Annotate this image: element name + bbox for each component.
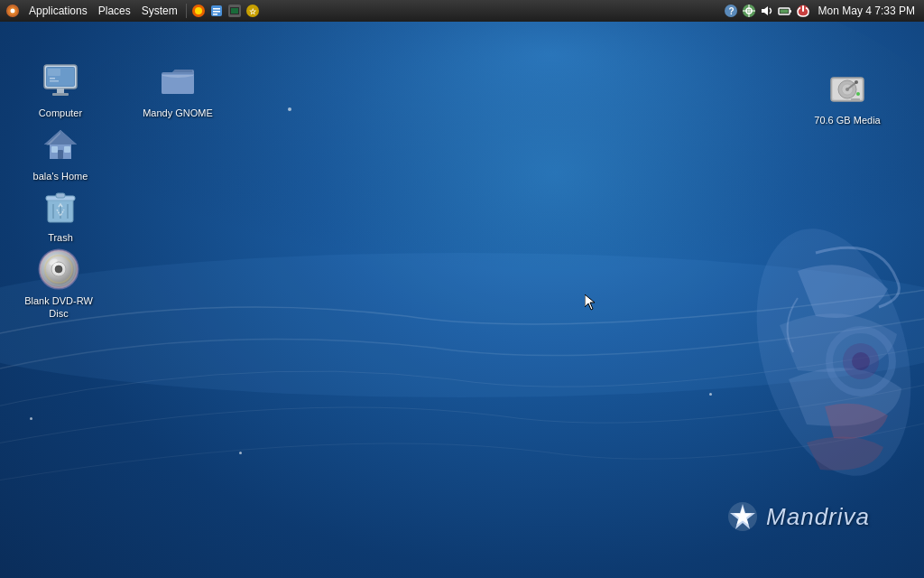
mandriva-menu-icon[interactable] xyxy=(4,2,22,20)
launcher-icon-1[interactable] xyxy=(208,3,225,19)
network-manager-icon[interactable] xyxy=(741,3,757,19)
applications-menu[interactable]: Applications xyxy=(23,0,93,22)
media-70gb-label: 70.6 GB Media xyxy=(814,114,880,126)
svg-rect-37 xyxy=(48,69,60,76)
svg-marker-28 xyxy=(762,6,768,15)
launcher-icon-3[interactable]: ☆ xyxy=(245,3,261,19)
svg-point-12 xyxy=(195,7,202,14)
trash-label: Trash xyxy=(48,231,73,244)
svg-rect-31 xyxy=(780,10,788,14)
svg-text:☆: ☆ xyxy=(249,7,257,16)
launcher-icon-2[interactable] xyxy=(226,3,243,19)
computer-icon[interactable]: Computer xyxy=(20,56,101,123)
desktop-icons-area: Computer Mandy GNOME xyxy=(0,29,924,578)
balas-home-icon-image xyxy=(39,123,82,166)
svg-text:?: ? xyxy=(728,6,734,16)
blank-dvd-label: Blank DVD-RW Disc xyxy=(16,294,101,321)
trash-icon-image xyxy=(39,184,82,228)
panel-clock: Mon May 4 7:33 PM xyxy=(813,5,920,17)
svg-rect-38 xyxy=(57,89,64,93)
computer-icon-image xyxy=(39,60,82,103)
panel-left: Applications Places System ☆ xyxy=(0,0,262,22)
power-button-icon[interactable] xyxy=(795,3,811,19)
svg-point-59 xyxy=(55,266,62,273)
svg-rect-69 xyxy=(851,98,860,100)
battery-icon[interactable] xyxy=(777,3,793,19)
panel-right: ? Mon May 4 7:33 PM xyxy=(723,0,924,22)
svg-rect-41 xyxy=(50,80,59,82)
svg-rect-30 xyxy=(790,10,791,13)
svg-rect-46 xyxy=(64,146,70,153)
svg-rect-45 xyxy=(51,146,58,153)
blank-dvd-icon[interactable]: Blank DVD-RW Disc xyxy=(13,244,105,324)
places-menu[interactable]: Places xyxy=(93,0,136,22)
svg-point-67 xyxy=(855,80,858,84)
media-70gb-icon-image xyxy=(826,67,869,110)
svg-point-10 xyxy=(11,9,15,14)
mandy-gnome-icon[interactable]: Mandy GNOME xyxy=(137,56,218,123)
svg-rect-44 xyxy=(58,150,63,159)
svg-rect-39 xyxy=(52,93,69,96)
trash-icon[interactable]: Trash xyxy=(20,181,101,247)
computer-label: Computer xyxy=(39,107,82,119)
svg-rect-19 xyxy=(231,8,238,14)
volume-icon[interactable] xyxy=(759,3,775,19)
panel-separator xyxy=(186,4,187,18)
top-panel: Applications Places System ☆ xyxy=(0,0,924,22)
blank-dvd-icon-image xyxy=(37,247,80,291)
svg-rect-15 xyxy=(213,11,220,13)
help-icon[interactable]: ? xyxy=(723,3,739,19)
svg-rect-40 xyxy=(50,78,55,79)
system-menu[interactable]: System xyxy=(136,0,183,22)
svg-rect-14 xyxy=(213,8,220,10)
svg-point-68 xyxy=(856,92,860,96)
svg-rect-50 xyxy=(56,193,65,198)
balas-home-icon[interactable]: bala's Home xyxy=(20,119,101,186)
desktop: Mandriva Applications Places System xyxy=(0,0,924,578)
firefox-launcher-icon[interactable] xyxy=(190,3,207,19)
mandy-gnome-label: Mandy GNOME xyxy=(143,107,213,119)
mandy-gnome-icon-image xyxy=(156,60,199,103)
svg-rect-16 xyxy=(213,14,217,15)
media-70gb-icon[interactable]: 70.6 GB Media xyxy=(807,63,888,130)
